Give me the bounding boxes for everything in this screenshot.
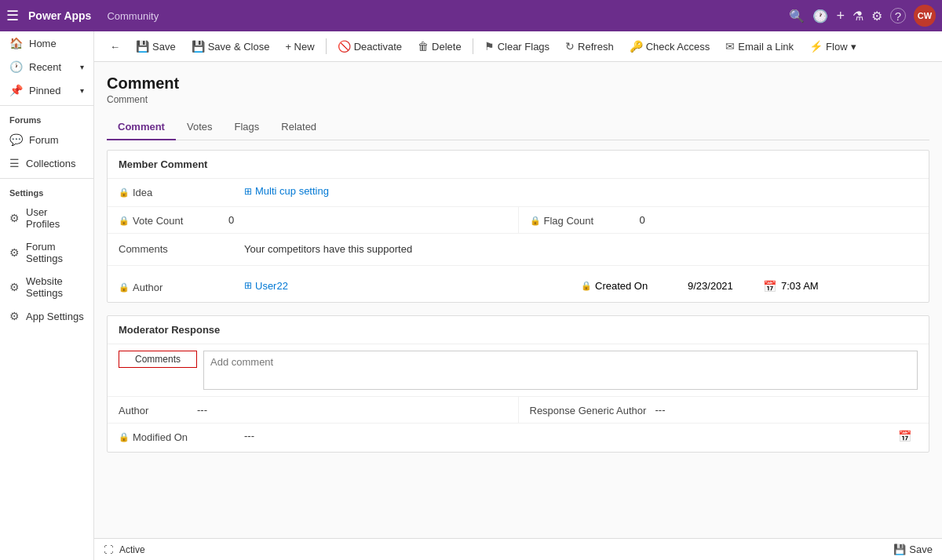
- sidebar-item-forum[interactable]: 💬 Forum: [0, 128, 93, 151]
- member-comment-card: Member Comment 🔒 Idea ⊞ Multi cup settin…: [107, 150, 929, 303]
- active-label: Active: [119, 544, 145, 555]
- author-link-icon: ⊞: [244, 280, 252, 291]
- modified-on-label: 🔒 Modified On: [119, 430, 244, 443]
- check-access-icon: 🔑: [630, 40, 643, 53]
- comments-label: Comments: [119, 242, 244, 255]
- refresh-label: Refresh: [578, 41, 614, 53]
- mod-comments-row: Comments: [108, 344, 929, 397]
- mod-author-row: Author --- Response Generic Author ---: [108, 397, 929, 424]
- back-button[interactable]: ←: [104, 37, 126, 56]
- counts-row: 🔒 Vote Count 0 🔒 Flag Count 0: [108, 207, 929, 234]
- idea-link[interactable]: ⊞ Multi cup setting: [244, 185, 918, 197]
- toolbar: ← 💾 Save 💾 Save & Close + New 🚫 Deactiva…: [94, 31, 942, 62]
- sidebar-item-user-profiles[interactable]: ⚙ User Profiles: [0, 201, 93, 235]
- mod-author-col: Author ---: [108, 397, 518, 423]
- flag-count-label: 🔒 Flag Count: [530, 213, 640, 227]
- sidebar-item-pinned[interactable]: 📌 Pinned ▾: [0, 78, 93, 102]
- new-label: + New: [285, 41, 314, 53]
- idea-link-icon: ⊞: [244, 186, 252, 197]
- settings-icon[interactable]: ⚙: [871, 9, 882, 24]
- calendar-icon[interactable]: 📅: [763, 280, 776, 293]
- recent-icon: 🕐: [9, 60, 23, 73]
- sidebar-item-website-settings[interactable]: ⚙ Website Settings: [0, 270, 93, 304]
- created-on-label: Created On: [595, 280, 648, 292]
- author-link[interactable]: ⊞ User22: [244, 280, 581, 292]
- status-save-button[interactable]: 💾 Save: [893, 544, 933, 555]
- page-subtitle: Comment: [107, 94, 929, 105]
- idea-row: 🔒 Idea ⊞ Multi cup setting: [108, 179, 929, 207]
- tab-comment[interactable]: Comment: [107, 115, 176, 140]
- deactivate-icon: 🚫: [338, 40, 351, 53]
- author-value: ⊞ User22: [244, 280, 581, 292]
- toolbar-separator-2: [473, 38, 473, 54]
- tab-votes[interactable]: Votes: [176, 115, 224, 140]
- search-icon[interactable]: 🔍: [789, 9, 805, 24]
- delete-button[interactable]: 🗑 Delete: [411, 36, 468, 56]
- tab-flags[interactable]: Flags: [223, 115, 270, 140]
- clear-flags-button[interactable]: ⚑ Clear Flags: [478, 36, 556, 56]
- vote-count-label: 🔒 Vote Count: [119, 213, 228, 227]
- settings-section-header: Settings: [0, 182, 93, 201]
- modified-calendar-icon[interactable]: 📅: [898, 430, 911, 442]
- delete-icon: 🗑: [418, 40, 429, 53]
- recent-expand-icon: ▾: [80, 63, 84, 71]
- new-button[interactable]: + New: [279, 37, 320, 56]
- sidebar-item-app-settings-label: App Settings: [26, 311, 84, 322]
- status-bar: ⛶ Active 💾 Save: [94, 538, 942, 560]
- refresh-button[interactable]: ↻ Refresh: [559, 36, 620, 56]
- flag-count-col: 🔒 Flag Count 0: [518, 207, 929, 233]
- sidebar-item-forum-settings[interactable]: ⚙ Forum Settings: [0, 235, 93, 270]
- toolbar-separator-1: [326, 38, 327, 54]
- save-label: Save: [152, 41, 176, 53]
- help-icon[interactable]: ?: [890, 8, 906, 24]
- status-left: ⛶ Active: [104, 544, 145, 555]
- save-close-label: Save & Close: [208, 41, 270, 53]
- comments-row: Comments Your competitors have this supp…: [108, 234, 929, 266]
- flag-lock-icon: 🔒: [530, 216, 541, 226]
- sidebar-item-collections[interactable]: ☰ Collections: [0, 151, 93, 175]
- expand-icon[interactable]: ⛶: [104, 544, 113, 555]
- mod-response-generic-label: Response Generic Author: [530, 403, 655, 416]
- forums-section-header: Forums: [0, 109, 93, 128]
- sidebar-item-home[interactable]: 🏠 Home: [0, 31, 93, 55]
- deactivate-button[interactable]: 🚫 Deactivate: [331, 36, 408, 56]
- favorite-icon[interactable]: 🕐: [812, 9, 828, 24]
- flow-icon: ⚡: [809, 40, 823, 53]
- sidebar-item-app-settings[interactable]: ⚙ App Settings: [0, 304, 93, 328]
- page-title: Comment: [107, 75, 929, 93]
- filter-icon[interactable]: ⚗: [853, 9, 864, 24]
- sidebar-item-user-profiles-label: User Profiles: [26, 206, 84, 230]
- app-settings-icon: ⚙: [9, 310, 20, 322]
- page-area: Comment Comment Comment Votes Flags Rela…: [94, 62, 942, 538]
- idea-lock-icon: 🔒: [119, 187, 130, 198]
- save-icon: 💾: [136, 40, 149, 53]
- save-close-button[interactable]: 💾 Save & Close: [185, 36, 276, 56]
- add-comment-input[interactable]: [203, 351, 918, 390]
- flag-count-value: 0: [640, 214, 918, 226]
- member-comment-body: 🔒 Idea ⊞ Multi cup setting: [108, 179, 929, 302]
- save-button[interactable]: 💾 Save: [130, 36, 182, 56]
- created-on-date: 9/23/2021: [688, 280, 758, 292]
- sidebar-item-forum-settings-label: Forum Settings: [26, 241, 84, 264]
- sidebar-item-recent[interactable]: 🕐 Recent ▾: [0, 55, 93, 78]
- user-profiles-icon: ⚙: [9, 212, 20, 224]
- hamburger-icon[interactable]: ☰: [6, 7, 19, 24]
- collections-icon: ☰: [9, 157, 20, 169]
- sidebar-item-website-settings-label: Website Settings: [26, 275, 84, 299]
- mod-author-label: Author: [119, 403, 197, 416]
- refresh-icon: ↻: [565, 40, 575, 53]
- add-icon[interactable]: +: [836, 8, 845, 24]
- author-lock-icon: 🔒: [119, 282, 130, 293]
- tab-related[interactable]: Related: [270, 115, 327, 140]
- idea-value: ⊞ Multi cup setting: [244, 185, 918, 197]
- back-icon: ←: [110, 41, 120, 53]
- tabs-bar: Comment Votes Flags Related: [107, 115, 929, 140]
- mod-author-value: ---: [197, 404, 507, 416]
- check-access-button[interactable]: 🔑 Check Access: [623, 36, 717, 56]
- flow-button[interactable]: ⚡ Flow ▾: [803, 36, 862, 56]
- email-link-button[interactable]: ✉ Email a Link: [719, 36, 800, 56]
- member-comment-title: Member Comment: [108, 151, 929, 179]
- vote-lock-icon: 🔒: [119, 216, 130, 226]
- created-on-lock-icon: 🔒: [581, 281, 592, 291]
- avatar[interactable]: CW: [914, 5, 936, 27]
